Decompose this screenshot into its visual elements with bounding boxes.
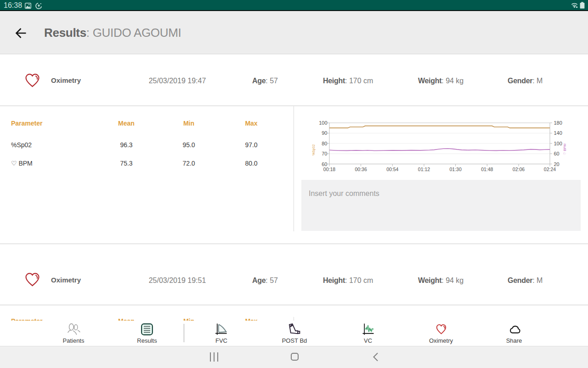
svg-text:♡ BPM: ♡ BPM [563,144,567,155]
svg-text:60: 60 [554,151,560,156]
svg-text:70: 70 [322,151,327,156]
svg-text:01:12: 01:12 [418,167,430,172]
svg-text:80: 80 [322,141,327,146]
svg-text:00:36: 00:36 [355,167,367,172]
svg-text:01:30: 01:30 [449,167,461,172]
svg-text:%Sp02: %Sp02 [311,144,316,155]
svg-text:90: 90 [322,130,327,136]
svg-text:00:54: 00:54 [386,167,398,172]
svg-text:180: 180 [554,120,562,126]
svg-text:100: 100 [554,141,562,146]
svg-text:140: 140 [554,130,562,136]
svg-text:01:48: 01:48 [481,167,493,172]
svg-text:100: 100 [319,120,327,126]
svg-text:02:24: 02:24 [544,167,556,172]
svg-text:02:06: 02:06 [513,167,525,172]
svg-text:20: 20 [554,161,560,167]
svg-text:00:18: 00:18 [323,167,335,172]
svg-text:60: 60 [322,161,327,167]
